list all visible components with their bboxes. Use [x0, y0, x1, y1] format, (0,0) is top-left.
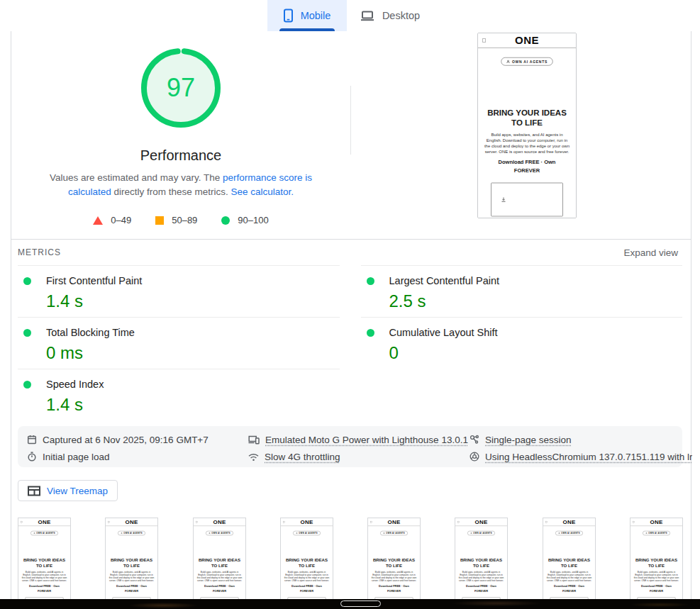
site-logo: ONE: [106, 519, 157, 525]
view-treemap-button[interactable]: View Treemap: [18, 480, 118, 501]
hero-cta: Download FREE · Own FOREVER: [21, 584, 67, 593]
score-legend: 0–49 50–89 90–100: [11, 215, 350, 225]
metrics-heading: METRICS: [18, 247, 61, 257]
metrics-grid: First Contentful Paint 1.4 s Largest Con…: [18, 265, 682, 420]
metric-speed-index: Speed Index 1.4 s: [18, 369, 340, 420]
performance-score-value: 97: [140, 47, 222, 129]
pass-dot-icon: [367, 329, 374, 337]
metrics-header: METRICS Expand view: [11, 240, 691, 265]
hero-cta: Download FREE · Own FOREVER: [484, 158, 570, 175]
badge-label: OWN AI AGENTS: [124, 532, 143, 535]
screenshot-header: ONE: [106, 518, 157, 526]
badge-label: OWN AI AGENTS: [474, 532, 493, 535]
screenshot-header: ONE: [18, 518, 70, 526]
download-box: [491, 183, 563, 217]
runtime-column-3: Single-page session Using HeadlessChromi…: [470, 431, 692, 467]
person-icon: [506, 60, 510, 63]
emulated-device-label[interactable]: Emulated Moto G Power with Lighthouse 13…: [265, 435, 468, 445]
metric-cumulative-layout-shift: Cumulative Layout Shift 0: [361, 317, 683, 369]
metric-name: Largest Contentful Paint: [389, 275, 683, 286]
runtime-column-1: Captured at 6 Nov 2025, 09:16 GMT+7 Init…: [27, 431, 248, 467]
hero-body: Build apps, websites, and AI agents in E…: [21, 571, 67, 582]
hero-cta: Download FREE · Own FOREVER: [546, 584, 592, 593]
hero-body: Build apps, websites, and AI agents in E…: [459, 571, 505, 582]
screenshot-header: ONE: [630, 518, 682, 526]
network-signal-icon: [248, 452, 259, 462]
badge-label: OWN AI AGENTS: [648, 532, 667, 535]
hero-heading: BRING YOUR IDEAS TO LIFE: [21, 557, 67, 568]
metric-name: Total Blocking Time: [46, 327, 340, 338]
filmstrip-thumbnail: ONE OWN AI AGENTS BRING YOUR IDEAS TO LI…: [280, 518, 333, 608]
legend-average: 50–89: [155, 215, 197, 225]
badge-label: OWN AI AGENTS: [211, 532, 230, 535]
metric-largest-contentful-paint: Largest Contentful Paint 2.5 s: [361, 265, 683, 317]
own-ai-agents-badge: OWN AI AGENTS: [206, 531, 233, 535]
site-logo: ONE: [18, 519, 70, 525]
filmstrip: ONE OWN AI AGENTS BRING YOUR IDEAS TO LI…: [18, 518, 683, 608]
filmstrip-thumbnail: ONE OWN AI AGENTS BRING YOUR IDEAS TO LI…: [630, 518, 683, 608]
average-square-icon: [155, 216, 164, 225]
screenshot-page: ONE OWN AI AGENTS BRING YOUR IDEAS TO LI…: [543, 518, 595, 608]
metric-first-contentful-paint: First Contentful Paint 1.4 s: [18, 265, 340, 317]
tab-desktop[interactable]: Desktop: [347, 0, 433, 31]
hero-body: Build apps, websites, and AI agents in E…: [196, 571, 243, 582]
own-ai-agents-badge: OWN AI AGENTS: [380, 531, 408, 535]
see-calculator-link[interactable]: See calculator.: [231, 186, 294, 197]
screenshot-header: ONE: [478, 33, 576, 48]
throttling-label[interactable]: Slow 4G throttling: [265, 452, 340, 462]
performance-title: Performance: [11, 147, 350, 164]
filmstrip-thumbnail: ONE OWN AI AGENTS BRING YOUR IDEAS TO LI…: [105, 518, 158, 608]
performance-gauge[interactable]: 97: [140, 47, 222, 129]
hero-heading: BRING YOUR IDEAS TO LIFE: [109, 557, 155, 568]
screenshot-page: ONE OWN AI AGENTS BRING YOUR IDEAS TO LI…: [18, 518, 70, 608]
hero-heading: BRING YOUR IDEAS TO LIFE: [484, 108, 570, 128]
treemap-icon: [28, 486, 40, 496]
site-logo: ONE: [630, 519, 682, 525]
browser-info: Using HeadlessChromium 137.0.7151.119 wi…: [470, 448, 692, 465]
site-logo: ONE: [281, 519, 333, 525]
hero-cta: Download FREE · Own FOREVER: [459, 584, 505, 593]
tab-desktop-label: Desktop: [382, 10, 420, 21]
session-label[interactable]: Single-page session: [485, 435, 572, 445]
person-icon: [296, 532, 298, 535]
single-page-session-icon: [470, 435, 479, 445]
legend-pass-range: 90–100: [238, 215, 268, 225]
final-screenshot-thumbnail: ONE OWN AI AGENTS BRING YOUR IDEAS TO LI…: [477, 33, 577, 218]
metric-value: 2.5 s: [389, 291, 683, 311]
screenshot-page: ONE OWN AI AGENTS BRING YOUR IDEAS TO LI…: [194, 518, 245, 608]
own-ai-agents-badge: OWN AI AGENTS: [468, 531, 496, 535]
hero-cta: Download FREE · Own FOREVER: [633, 584, 679, 593]
hero-body: Build apps, websites, and AI agents in E…: [284, 571, 330, 582]
disclaimer-text: Values are estimated and may vary. The: [50, 172, 223, 183]
column-divider: [350, 86, 351, 155]
hero-heading: BRING YOUR IDEAS TO LIFE: [196, 557, 243, 568]
download-icon: [501, 197, 506, 203]
own-ai-agents-badge: OWN AI AGENTS: [118, 531, 145, 535]
screenshot-header: ONE: [194, 518, 245, 526]
hero-cta: Download FREE · Own FOREVER: [371, 584, 417, 593]
hero-body: Build apps, websites, and AI agents in E…: [371, 571, 417, 582]
own-ai-agents-badge: OWN AI AGENTS: [643, 531, 670, 535]
metric-value: 0 ms: [46, 343, 340, 363]
hero-heading: BRING YOUR IDEAS TO LIFE: [459, 557, 505, 568]
hero-heading: BRING YOUR IDEAS TO LIFE: [546, 557, 592, 568]
score-disclaimer: Values are estimated and may vary. The p…: [49, 171, 313, 199]
badge-label: OWN AI AGENTS: [299, 532, 318, 535]
expand-view-button[interactable]: Expand view: [623, 247, 678, 258]
tab-mobile[interactable]: Mobile: [267, 0, 347, 31]
browser-label[interactable]: Using HeadlessChromium 137.0.7151.119 wi…: [485, 452, 692, 462]
person-icon: [471, 532, 473, 535]
pass-dot-icon: [367, 277, 374, 285]
own-ai-agents-badge: OWN AI AGENTS: [555, 531, 583, 535]
own-ai-agents-badge: OWN AI AGENTS: [30, 531, 58, 535]
device-tabbar: Mobile Desktop: [0, 0, 700, 31]
stopwatch-icon: [27, 452, 37, 462]
runtime-settings-bar: Captured at 6 Nov 2025, 09:16 GMT+7 Init…: [18, 426, 682, 467]
screenshot-header: ONE: [281, 518, 333, 526]
legend-average-range: 50–89: [172, 215, 197, 225]
hero-heading: BRING YOUR IDEAS TO LIFE: [284, 557, 330, 568]
filmstrip-thumbnail: ONE OWN AI AGENTS BRING YOUR IDEAS TO LI…: [455, 518, 508, 608]
page-load-type: Initial page load: [27, 448, 248, 465]
screenshot-page: ONE OWN AI AGENTS BRING YOUR IDEAS TO LI…: [281, 518, 333, 608]
page-load-label: Initial page load: [43, 452, 110, 462]
